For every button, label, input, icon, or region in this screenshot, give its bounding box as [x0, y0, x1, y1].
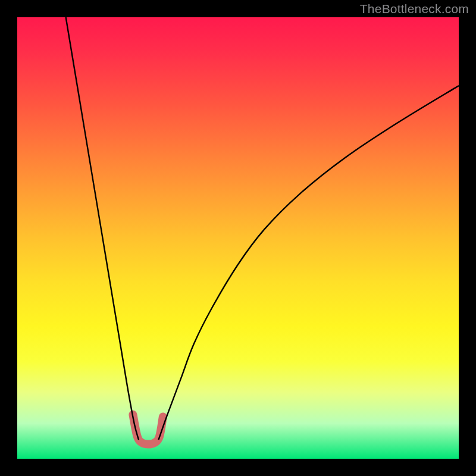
- left-branch-curve: [66, 17, 139, 440]
- optimal-zone-highlight: [133, 415, 162, 444]
- curve-layer: [17, 17, 459, 459]
- right-branch-curve: [158, 86, 459, 440]
- plot-area: [17, 17, 459, 459]
- attribution-text: TheBottleneck.com: [360, 2, 469, 16]
